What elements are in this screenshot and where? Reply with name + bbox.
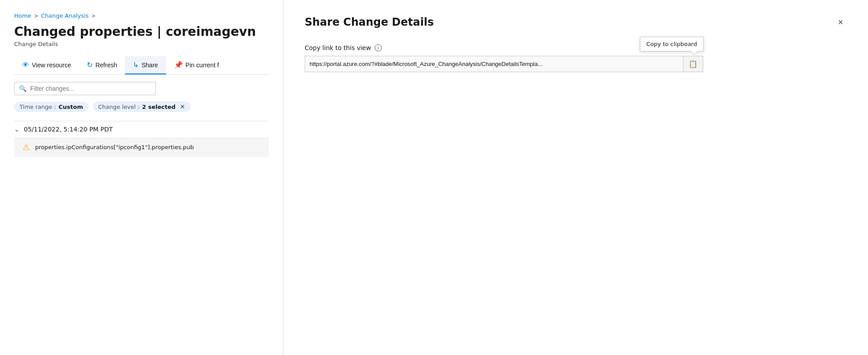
chevron-down-icon: ⌄	[14, 126, 19, 133]
url-input-wrap: Copy to clipboard 📋	[305, 56, 703, 72]
breadcrumb: Home > Change Analysis >	[14, 12, 269, 19]
copy-link-text: Copy link to this view	[305, 44, 371, 51]
filter-input-wrap: 🔍	[14, 82, 156, 95]
share-label: Share	[141, 62, 158, 69]
toolbar: 👁 View resource ↻ Refresh ↳ Share 📌 Pin …	[14, 56, 269, 75]
refresh-button[interactable]: ↻ Refresh	[79, 56, 125, 74]
filter-input[interactable]	[30, 85, 151, 92]
copy-clipboard-button[interactable]: 📋	[683, 56, 703, 72]
change-item-text: properties.ipConfigurations["ipconfig1"]…	[35, 144, 194, 150]
breadcrumb-change-analysis[interactable]: Change Analysis	[41, 12, 88, 19]
copy-link-section: Copy link to this view i Copy to clipboa…	[305, 44, 847, 72]
copy-icon: 📋	[689, 60, 698, 68]
share-drawer: Share Change Details × Copy link to this…	[283, 0, 868, 355]
view-resource-icon: 👁	[22, 61, 29, 69]
share-icon: ↳	[133, 61, 139, 69]
change-group-timestamp: 05/11/2022, 5:14:20 PM PDT	[24, 126, 113, 133]
change-level-label: Change level :	[98, 104, 140, 110]
tags-row: Time range : Custom Change level : 2 sel…	[14, 101, 269, 112]
pin-current-button[interactable]: 📌 Pin current f	[166, 56, 227, 74]
change-group-header[interactable]: ⌄ 05/11/2022, 5:14:20 PM PDT	[14, 121, 269, 137]
drawer-header: Share Change Details ×	[305, 16, 847, 28]
change-item[interactable]: ⚠ properties.ipConfigurations["ipconfig1…	[14, 137, 269, 157]
url-input[interactable]	[305, 56, 683, 72]
change-group: ⌄ 05/11/2022, 5:14:20 PM PDT ⚠ propertie…	[14, 121, 269, 157]
search-icon: 🔍	[19, 85, 27, 92]
view-resource-button[interactable]: 👁 View resource	[14, 57, 79, 74]
page-subtitle: Change Details	[14, 41, 269, 47]
pin-current-label: Pin current f	[186, 62, 219, 69]
page-title: Changed properties | coreimagevn	[14, 24, 269, 39]
drawer-title: Share Change Details	[305, 16, 434, 28]
close-button[interactable]: ×	[834, 16, 847, 28]
refresh-icon: ↻	[87, 61, 93, 69]
share-button[interactable]: ↳ Share	[125, 56, 166, 74]
refresh-label: Refresh	[95, 62, 117, 69]
warning-icon: ⚠	[23, 143, 30, 152]
view-resource-label: View resource	[32, 62, 71, 69]
time-range-value: Custom	[58, 104, 83, 110]
copy-link-label: Copy link to this view i	[305, 44, 847, 51]
change-level-tag[interactable]: Change level : 2 selected ✕	[93, 101, 191, 112]
change-level-close-icon[interactable]: ✕	[180, 103, 185, 110]
breadcrumb-sep1: >	[34, 13, 38, 19]
info-icon: i	[375, 44, 382, 51]
pin-icon: 📌	[174, 61, 183, 69]
time-range-label: Time range :	[19, 104, 56, 110]
breadcrumb-home[interactable]: Home	[14, 12, 31, 19]
left-panel: Home > Change Analysis > Changed propert…	[0, 0, 283, 355]
breadcrumb-sep2: >	[91, 13, 96, 19]
filter-row: 🔍	[14, 82, 269, 95]
time-range-tag[interactable]: Time range : Custom	[14, 102, 89, 112]
change-level-value: 2 selected	[142, 104, 175, 110]
